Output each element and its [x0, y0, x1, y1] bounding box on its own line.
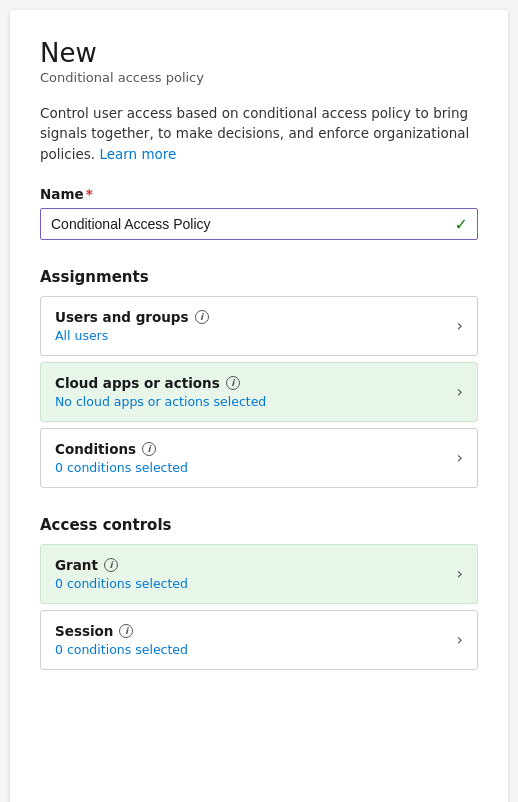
conditions-chevron: › — [457, 448, 463, 467]
grant-subtitle: 0 conditions selected — [55, 576, 188, 591]
grant-info-icon: i — [104, 558, 118, 572]
session-chevron: › — [457, 630, 463, 649]
cloud-apps-subtitle: No cloud apps or actions selected — [55, 394, 266, 409]
cloud-apps-card[interactable]: Cloud apps or actions i No cloud apps or… — [40, 362, 478, 422]
session-card[interactable]: Session i 0 conditions selected › — [40, 610, 478, 670]
cloud-apps-header: Cloud apps or actions i — [55, 375, 266, 391]
cloud-apps-chevron: › — [457, 382, 463, 401]
name-label: Name* — [40, 186, 478, 202]
grant-chevron: › — [457, 564, 463, 583]
grant-card[interactable]: Grant i 0 conditions selected › — [40, 544, 478, 604]
users-groups-header: Users and groups i — [55, 309, 209, 325]
name-input-wrapper: ✓ — [40, 208, 478, 240]
conditions-card[interactable]: Conditions i 0 conditions selected › — [40, 428, 478, 488]
learn-more-link[interactable]: Learn more — [99, 146, 176, 162]
assignments-section: Assignments Users and groups i All users… — [40, 268, 478, 488]
session-header: Session i — [55, 623, 188, 639]
session-info-icon: i — [119, 624, 133, 638]
name-input[interactable] — [40, 208, 478, 240]
access-controls-section: Access controls Grant i 0 conditions sel… — [40, 516, 478, 670]
session-card-left: Session i 0 conditions selected — [55, 623, 188, 657]
grant-card-left: Grant i 0 conditions selected — [55, 557, 188, 591]
users-groups-chevron: › — [457, 316, 463, 335]
cloud-apps-card-left: Cloud apps or actions i No cloud apps or… — [55, 375, 266, 409]
cloud-apps-info-icon: i — [226, 376, 240, 390]
cloud-apps-title: Cloud apps or actions — [55, 375, 220, 391]
panel-title: New — [40, 38, 478, 68]
users-groups-subtitle: All users — [55, 328, 209, 343]
panel: New Conditional access policy Control us… — [10, 10, 508, 802]
session-title: Session — [55, 623, 113, 639]
access-controls-title: Access controls — [40, 516, 478, 534]
check-icon: ✓ — [455, 214, 468, 233]
users-groups-card[interactable]: Users and groups i All users › — [40, 296, 478, 356]
users-groups-card-left: Users and groups i All users — [55, 309, 209, 343]
users-groups-info-icon: i — [195, 310, 209, 324]
conditions-info-icon: i — [142, 442, 156, 456]
description: Control user access based on conditional… — [40, 103, 478, 164]
panel-subtitle: Conditional access policy — [40, 70, 478, 85]
grant-header: Grant i — [55, 557, 188, 573]
conditions-header: Conditions i — [55, 441, 188, 457]
conditions-title: Conditions — [55, 441, 136, 457]
session-subtitle: 0 conditions selected — [55, 642, 188, 657]
grant-title: Grant — [55, 557, 98, 573]
conditions-card-left: Conditions i 0 conditions selected — [55, 441, 188, 475]
users-groups-title: Users and groups — [55, 309, 189, 325]
conditions-subtitle: 0 conditions selected — [55, 460, 188, 475]
assignments-title: Assignments — [40, 268, 478, 286]
required-indicator: * — [86, 186, 93, 202]
